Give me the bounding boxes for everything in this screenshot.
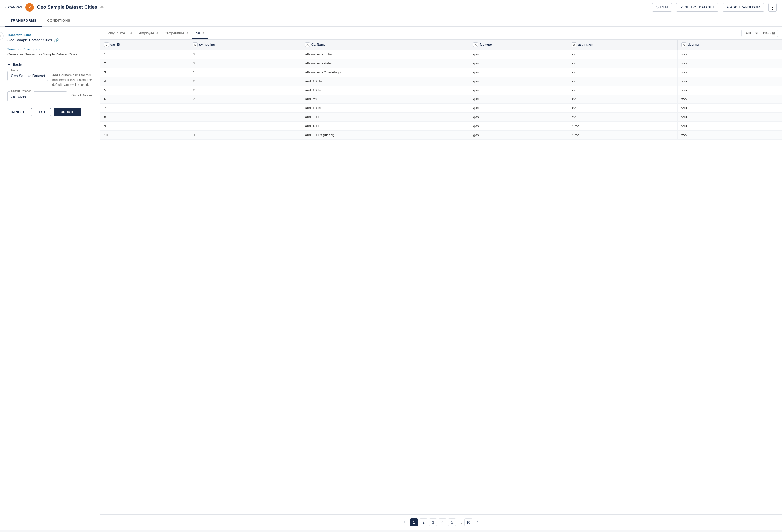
name-input-wrapper: Name bbox=[7, 71, 48, 81]
table-row: 100audi 5000s (diesel)gasturbotwo bbox=[100, 131, 782, 140]
dataset-tab-only-nume-label: only_nume... bbox=[108, 31, 128, 35]
test-button[interactable]: TEST bbox=[31, 108, 51, 116]
more-options-button[interactable]: ⋮ bbox=[768, 3, 777, 12]
dataset-tab-employee-close[interactable]: × bbox=[156, 31, 158, 35]
cell-carname-6: audi fox bbox=[301, 95, 469, 104]
run-button[interactable]: ▷ RUN bbox=[652, 3, 672, 12]
basic-section-header[interactable]: ▼ Basic bbox=[7, 63, 93, 67]
output-dataset-input[interactable] bbox=[7, 91, 67, 101]
run-label: RUN bbox=[661, 5, 668, 9]
cell-car_id-3: 3 bbox=[100, 68, 189, 77]
col-header-carname: A CarName bbox=[301, 40, 469, 50]
table-container: L car_ID L symboling A bbox=[100, 40, 782, 514]
table-body: 13alfa-romero giuliagasstdtwo23alfa-rome… bbox=[100, 50, 782, 140]
output-dataset-row: Output Dataset * Output Dataset bbox=[7, 91, 93, 101]
cell-doornum-8: four bbox=[678, 113, 782, 122]
table-row: 71audi 100lsgasstdfour bbox=[100, 104, 782, 113]
pagination-ellipsis: ... bbox=[458, 520, 463, 524]
col-type-icon-symboling: L bbox=[193, 42, 198, 47]
cell-carname-4: audi 100 ls bbox=[301, 77, 469, 86]
cell-doornum-10: two bbox=[678, 131, 782, 140]
select-dataset-icon: ✓ bbox=[680, 5, 683, 9]
select-dataset-button[interactable]: ✓ SELECT DATASET bbox=[676, 3, 718, 12]
table-row: 42audi 100 lsgasstdfour bbox=[100, 77, 782, 86]
pagination-page-10[interactable]: 10 bbox=[464, 518, 472, 526]
cell-fueltype-2: gas bbox=[469, 59, 568, 68]
cell-carname-7: audi 100ls bbox=[301, 104, 469, 113]
cell-doornum-4: four bbox=[678, 77, 782, 86]
cell-carname-2: alfa-romero stelvio bbox=[301, 59, 469, 68]
cell-aspiration-10: turbo bbox=[568, 131, 677, 140]
pagination-page-1[interactable]: 1 bbox=[410, 518, 418, 526]
col-type-icon-doornum: A bbox=[681, 42, 686, 47]
add-transform-label: ADD TRANSFORM bbox=[730, 5, 760, 9]
collapse-panel-button[interactable]: ‹ bbox=[0, 32, 4, 40]
dataset-tab-only-nume-close[interactable]: × bbox=[130, 31, 132, 35]
col-label-symboling: symboling bbox=[199, 43, 215, 46]
cell-symboling-4: 2 bbox=[189, 77, 301, 86]
cell-aspiration-4: std bbox=[568, 77, 677, 86]
tab-transforms-label: TRANSFORMS bbox=[10, 18, 36, 23]
edit-icon[interactable]: ✏ bbox=[100, 5, 104, 10]
cell-symboling-9: 1 bbox=[189, 122, 301, 131]
cell-carname-5: audi 100ls bbox=[301, 86, 469, 95]
cell-symboling-2: 3 bbox=[189, 59, 301, 68]
table-row: 62audi foxgasstdtwo bbox=[100, 95, 782, 104]
cell-aspiration-5: std bbox=[568, 86, 677, 95]
dataset-tab-temperature-label: temperature bbox=[166, 31, 184, 35]
action-buttons: CANCEL TEST UPDATE bbox=[7, 108, 93, 116]
select-dataset-label: SELECT DATASET bbox=[685, 5, 714, 9]
pagination-page-2[interactable]: 2 bbox=[420, 518, 427, 526]
col-header-symboling: L symboling bbox=[189, 40, 301, 50]
table-header-row: L car_ID L symboling A bbox=[100, 40, 782, 50]
pagination-page-5[interactable]: 5 bbox=[448, 518, 456, 526]
update-button[interactable]: UPDATE bbox=[54, 108, 80, 116]
top-nav-left: ‹ CANVAS ✓ Geo Sample Dataset Cities ✏ bbox=[5, 3, 104, 12]
dataset-tab-temperature-close[interactable]: × bbox=[186, 31, 188, 35]
tab-transforms[interactable]: TRANSFORMS bbox=[5, 15, 42, 27]
cell-aspiration-8: std bbox=[568, 113, 677, 122]
link-icon[interactable]: 🔗 bbox=[54, 38, 59, 42]
cell-doornum-9: four bbox=[678, 122, 782, 131]
pagination-page-4[interactable]: 4 bbox=[438, 518, 447, 526]
dataset-tab-car[interactable]: car × bbox=[192, 28, 208, 39]
add-transform-button[interactable]: + ADD TRANSFORM bbox=[722, 3, 764, 12]
table-row: 91audi 4000gasturbofour bbox=[100, 122, 782, 131]
tab-conditions-label: CONDITIONS bbox=[47, 18, 70, 23]
cell-symboling-1: 3 bbox=[189, 50, 301, 59]
cell-fueltype-1: gas bbox=[469, 50, 568, 59]
cell-doornum-7: four bbox=[678, 104, 782, 113]
col-label-car-id: car_ID bbox=[110, 43, 120, 46]
cell-symboling-3: 1 bbox=[189, 68, 301, 77]
dataset-tab-only-nume[interactable]: only_nume... × bbox=[105, 28, 136, 39]
back-arrow-icon: ‹ bbox=[5, 5, 7, 10]
name-helper-text: Add a custom name for this transform. If… bbox=[52, 71, 93, 87]
pagination-next-button[interactable]: › bbox=[474, 518, 482, 526]
cell-doornum-1: two bbox=[678, 50, 782, 59]
dataset-tab-temperature[interactable]: temperature × bbox=[162, 28, 192, 39]
cell-fueltype-3: gas bbox=[469, 68, 568, 77]
dataset-tab-employee-label: employee bbox=[139, 31, 154, 35]
cell-symboling-6: 2 bbox=[189, 95, 301, 104]
output-dataset-helper: Output Dataset bbox=[71, 91, 93, 97]
pagination-page-3[interactable]: 3 bbox=[429, 518, 437, 526]
output-dataset-input-label: Output Dataset * bbox=[10, 89, 34, 92]
app-icon: ✓ bbox=[25, 3, 34, 12]
table-settings-button[interactable]: TABLE SETTINGS ⊞ bbox=[741, 30, 778, 37]
cell-doornum-3: two bbox=[678, 68, 782, 77]
main-content: ‹ Transform Name Geo Sample Dataset Citi… bbox=[0, 27, 782, 530]
cell-doornum-5: four bbox=[678, 86, 782, 95]
cell-symboling-5: 2 bbox=[189, 86, 301, 95]
cancel-button[interactable]: CANCEL bbox=[7, 108, 28, 116]
dataset-tab-car-close[interactable]: × bbox=[202, 31, 204, 35]
cell-symboling-7: 1 bbox=[189, 104, 301, 113]
name-input[interactable] bbox=[7, 71, 48, 81]
cell-carname-3: alfa-romero Quadrifoglio bbox=[301, 68, 469, 77]
col-label-aspiration: aspiration bbox=[578, 43, 593, 46]
col-header-doornum: A doornum bbox=[678, 40, 782, 50]
dataset-tab-employee[interactable]: employee × bbox=[136, 28, 162, 39]
pagination-prev-button[interactable]: ‹ bbox=[400, 518, 408, 526]
canvas-back-button[interactable]: ‹ CANVAS bbox=[5, 5, 22, 10]
cell-fueltype-10: gas bbox=[469, 131, 568, 140]
tab-conditions[interactable]: CONDITIONS bbox=[42, 15, 76, 27]
